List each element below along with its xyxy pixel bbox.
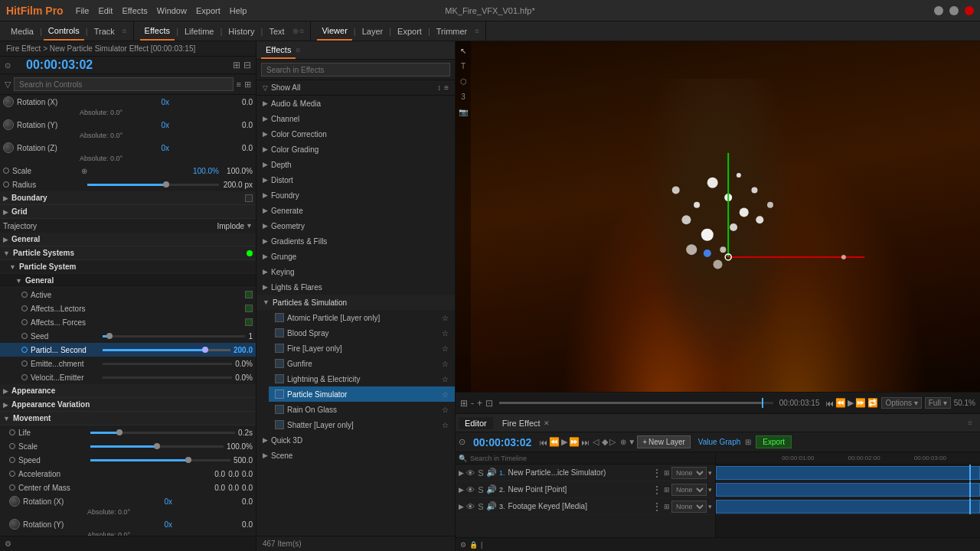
editor-tab-fire-effect-close-icon[interactable]: ✕ xyxy=(544,419,550,427)
editor-settings-icon[interactable]: ⚙ xyxy=(460,541,466,549)
track-2-blend-select[interactable]: None xyxy=(671,484,707,496)
tab-track[interactable]: Track xyxy=(90,21,119,41)
accel-z[interactable]: 0.0 xyxy=(242,470,253,478)
editor-kf-next-icon[interactable]: ▷ xyxy=(609,437,616,447)
editor-kf-prev-icon[interactable]: ◁ xyxy=(593,437,599,447)
tab-trimmer[interactable]: Trimmer xyxy=(432,21,472,41)
cat-keying[interactable]: ▶ Keying xyxy=(256,264,455,279)
seed-circle[interactable] xyxy=(21,333,28,339)
particles-per-second-row[interactable]: Particl... Second 200.0 xyxy=(0,343,256,357)
view-icon[interactable]: ≡ xyxy=(444,83,449,92)
vel-emitter-value[interactable]: 0.0% xyxy=(235,373,253,382)
editor-tab-editor[interactable]: Editor xyxy=(459,417,493,429)
tab-text[interactable]: Text xyxy=(264,21,289,41)
track-3-expand-right-icon[interactable]: ▾ xyxy=(708,503,712,510)
track-3-solo-icon[interactable]: S xyxy=(476,502,485,511)
movement-scale-value[interactable]: 100.0% xyxy=(227,442,253,451)
value-graph-button[interactable]: Value Graph xyxy=(698,438,740,446)
track-3-visibility-icon[interactable]: 👁 xyxy=(466,502,475,511)
cat-generate[interactable]: ▶ Generate xyxy=(256,203,455,218)
cat-foundry[interactable]: ▶ Foundry xyxy=(256,187,455,203)
expand-icon[interactable]: ⊞ xyxy=(745,438,751,446)
transport-step-fwd-icon[interactable]: ⏩ xyxy=(855,398,866,408)
speed-circle[interactable] xyxy=(9,457,15,463)
effect-gunfire[interactable]: Gunfire ☆ xyxy=(269,356,455,371)
cat-color-correction[interactable]: ▶ Color Correction xyxy=(256,126,455,142)
cat-audio-media[interactable]: ▶ Audio & Media xyxy=(256,96,455,111)
effect-atomic-particle[interactable]: Atomic Particle [Layer only] ☆ xyxy=(269,310,455,325)
editor-play-btn[interactable]: ▶ xyxy=(561,437,567,447)
sort-icon[interactable]: ↕ xyxy=(437,83,441,92)
cat-lights-flares[interactable]: ▶ Lights & Flares xyxy=(256,279,455,295)
radius-value[interactable]: 200.0 px xyxy=(222,181,253,189)
movement-scale-slider[interactable] xyxy=(90,445,224,448)
radius-circle[interactable] xyxy=(3,181,9,187)
maximize-button[interactable] xyxy=(949,6,959,15)
transport-play-icon[interactable]: ▶ xyxy=(848,398,854,408)
grid-view-icon[interactable]: ⊞ xyxy=(244,80,251,90)
appearance-variation-section[interactable]: ▶ Appearance Variation xyxy=(0,398,256,412)
editor-next-btn[interactable]: ⏭ xyxy=(581,438,590,447)
effect-shatter[interactable]: Shatter [Layer only] ☆ xyxy=(269,417,455,432)
track-3-dots[interactable]: ⋮ xyxy=(652,500,662,513)
vel-emitter-circle[interactable] xyxy=(21,374,28,380)
emitter-att-slider[interactable] xyxy=(103,363,232,365)
search-controls-input[interactable] xyxy=(14,77,234,91)
effect-fire-star[interactable]: ☆ xyxy=(442,344,449,353)
cat-grunge[interactable]: ▶ Grunge xyxy=(256,249,455,264)
track-3-blend-select[interactable]: None xyxy=(671,500,707,513)
safe-zones-icon[interactable]: ⊡ xyxy=(485,398,493,409)
menu-edit[interactable]: Edit xyxy=(98,6,113,15)
viewer-tool-3d[interactable]: 3 xyxy=(457,90,469,103)
cat-quick-3d[interactable]: ▶ Quick 3D xyxy=(256,432,455,448)
track-1-solo-icon[interactable]: S xyxy=(476,468,485,478)
affects-lectors-checkbox[interactable] xyxy=(245,305,253,312)
settings-icon[interactable]: ⚙ xyxy=(5,540,11,548)
effect-lightning[interactable]: Lightning & Electricity ☆ xyxy=(269,371,455,386)
trajectory-dropdown-icon[interactable]: ▼ xyxy=(246,222,253,230)
editor-step-back-btn[interactable]: ⏪ xyxy=(549,437,560,447)
mov-rot-x-val2[interactable]: 0.0 xyxy=(222,497,253,506)
rotation-z-value[interactable]: 0x xyxy=(139,144,169,152)
com-x[interactable]: 0.0 xyxy=(214,484,225,492)
life-slider[interactable] xyxy=(90,432,235,434)
rotation-x-value2[interactable]: 0.0 xyxy=(222,98,253,106)
tab-history[interactable]: History xyxy=(224,21,259,41)
effect-atomic-particle-star[interactable]: ☆ xyxy=(442,314,449,322)
set-in-icon[interactable]: ⊞ xyxy=(233,60,240,70)
set-out-icon[interactable]: ⊟ xyxy=(243,60,251,70)
editor-prev-btn[interactable]: ⏮ xyxy=(539,438,547,447)
affects-lectors-circle[interactable] xyxy=(21,305,28,311)
export-button[interactable]: Export xyxy=(756,435,792,448)
track-1-expand-right-icon[interactable]: ▾ xyxy=(708,469,712,477)
general-section[interactable]: ▶ General xyxy=(0,233,256,246)
timeline-content[interactable]: 00:00:01:00 00:00:02:00 00:00:03:00 xyxy=(716,452,980,537)
cat-scene[interactable]: ▶ Scene xyxy=(256,448,455,463)
effects-tab-effects[interactable]: Effects xyxy=(261,41,296,59)
tab-export-panel[interactable]: Export xyxy=(393,21,426,41)
pps-value[interactable]: 200.0 xyxy=(234,346,253,354)
effect-rain-on-glass[interactable]: Rain On Glass ☆ xyxy=(269,402,455,417)
new-layer-button[interactable]: + New Layer xyxy=(637,435,691,448)
scale-value[interactable]: 100.0% xyxy=(188,167,219,175)
track-2-visibility-icon[interactable]: 👁 xyxy=(466,485,475,494)
active-checkbox[interactable] xyxy=(245,291,253,298)
boundary-checkbox[interactable] xyxy=(245,194,253,202)
com-y[interactable]: 0.0 xyxy=(228,484,239,492)
track-1-visibility-icon[interactable]: 👁 xyxy=(466,468,475,478)
track-2-expand[interactable]: ▶ xyxy=(459,486,464,494)
particle-system-section[interactable]: ▼ Particle System xyxy=(0,260,256,274)
tab-viewer[interactable]: Viewer xyxy=(317,21,351,41)
effect-fire[interactable]: Fire [Layer only] ☆ xyxy=(269,341,455,356)
movement-scale-circle[interactable] xyxy=(9,443,15,449)
tab-media[interactable]: Media xyxy=(6,21,38,41)
boundary-section[interactable]: ▶ Boundary xyxy=(0,191,256,205)
track-3-audio-icon[interactable]: 🔊 xyxy=(487,502,496,511)
particle-general-section[interactable]: ▼ General xyxy=(0,274,256,288)
appearance-section[interactable]: ▶ Appearance xyxy=(0,384,256,398)
track-2-clip[interactable] xyxy=(716,483,980,497)
editor-kf-add-icon[interactable]: ◆ xyxy=(602,437,608,447)
radius-slider[interactable] xyxy=(87,184,219,186)
grid-section[interactable]: ▶ Grid xyxy=(0,205,256,219)
zoom-level-btn[interactable]: 50.1% xyxy=(954,399,975,407)
